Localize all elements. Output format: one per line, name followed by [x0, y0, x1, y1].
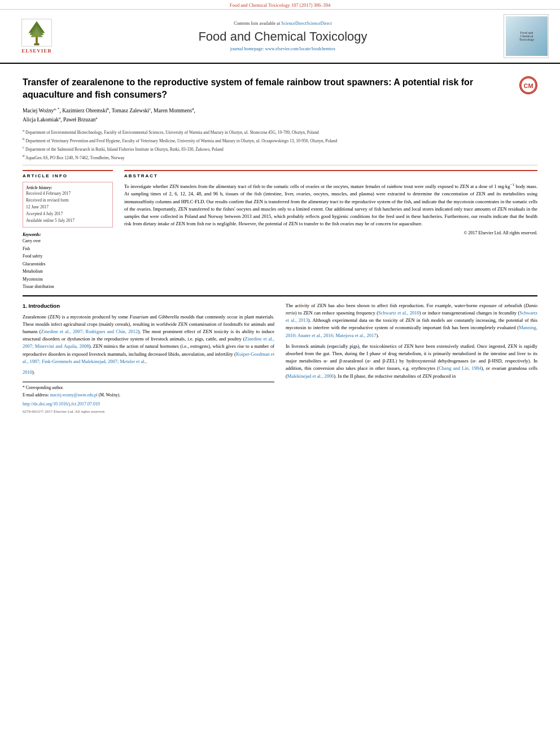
copyright-line: © 2017 Elsevier Ltd. All rights reserved… — [124, 230, 537, 235]
elsevier-tree-icon — [20, 19, 54, 47]
section-number: 1. Introduction — [23, 303, 60, 309]
online-date: Available online 5 July 2017 — [26, 217, 110, 224]
crossmark-badge: CM — [519, 76, 537, 94]
intro-heading: 1. Introduction — [23, 302, 274, 311]
abstract-text: To investigate whether ZEN transfers fro… — [124, 182, 537, 228]
footnote-area: * Corresponding author. E-mail address: … — [23, 382, 274, 414]
authors-line: Maciej Woźnya, *, Kazimierz Obremskib, T… — [23, 106, 537, 125]
email-footnote: E-mail address: maciej.wozny@uwm.edu.pl … — [23, 392, 274, 398]
keyword-6: Mycotoxins — [23, 276, 113, 283]
article-history-box: Article history: Received 4 February 201… — [23, 182, 113, 228]
author-3-sup: c — [149, 107, 151, 111]
keyword-5: Metabolism — [23, 268, 113, 276]
email-label: E-mail address: — [23, 392, 50, 397]
journal-citation-bar: Food and Chemical Toxicology 107 (2017) … — [0, 0, 560, 10]
article-title: Transfer of zearalenone to the reproduct… — [23, 76, 514, 102]
homepage-link[interactable]: www.elsevier.com/locate/foodchemtox — [265, 46, 335, 51]
sciencedirect-link[interactable]: ScienceDirect — [281, 21, 307, 26]
author-5: Alicja Łakomiak — [23, 117, 59, 123]
affiliation-a: a Department of Environmental Biotechnol… — [23, 128, 537, 136]
sciencedirect-line: Contents lists available at ScienceDirec… — [62, 21, 504, 26]
journal-title: Food and Chemical Toxicology — [62, 29, 504, 44]
journal-citation-text: Food and Chemical Toxicology 107 (2017) … — [230, 2, 331, 8]
keyword-1: Carry over — [23, 237, 113, 245]
affiliation-d: d AquaGen AS, PO Box 1240, N-7462, Trond… — [23, 153, 537, 161]
sciencedirect-link-text[interactable]: ScienceDirect — [307, 21, 332, 26]
intro-para-2010: 2010). — [23, 369, 274, 376]
revised-date: Received in revised form12 June 2017 — [26, 197, 110, 211]
author-1: Maciej Woźny — [23, 108, 54, 113]
issn-text: 0278-6915/© 2017 Elsevier Ltd. All right… — [23, 409, 274, 415]
keyword-3: Food safety — [23, 252, 113, 260]
journal-header: ELSEVIER Contents lists available at Sci… — [0, 10, 560, 64]
right-para-2: In livestock animals (especially pigs), … — [286, 343, 537, 380]
divider-1 — [23, 165, 537, 165]
author-1-sup: a, * — [54, 107, 59, 111]
affiliation-b: b Department of Veterinary Prevention an… — [23, 136, 537, 144]
svg-text:CM: CM — [523, 82, 533, 89]
author-2: Kazimierz Obremski — [62, 108, 107, 113]
crossmark-icon: CM — [520, 77, 536, 93]
elsevier-logo: ELSEVIER — [11, 19, 62, 54]
keywords-section: Keywords: Carry over Fish Food safety Gl… — [23, 232, 113, 291]
history-label: Article history: — [26, 185, 110, 190]
intro-para-1: Zearalenone (ZEN) is a mycotoxin produce… — [23, 313, 274, 365]
abstract-column: ABSTRACT To investigate whether ZEN tran… — [124, 170, 537, 291]
info-abstract-section: ARTICLE INFO Article history: Received 4… — [23, 170, 537, 291]
author-5-sup: a — [59, 116, 60, 120]
author-6-sup: a — [95, 116, 97, 120]
elsevier-logo-area: ELSEVIER — [11, 19, 62, 54]
author-2-sup: b — [107, 107, 110, 111]
sciencedirect-prefix: Contents lists available at — [234, 21, 280, 26]
keyword-2: Fish — [23, 245, 113, 253]
corresponding-author-note: * Corresponding author. — [23, 385, 274, 391]
article-body: Transfer of zearalenone to the reproduct… — [0, 64, 560, 420]
accepted-date: Accepted 4 July 2017 — [26, 211, 110, 217]
body-section: 1. Introduction Zearalenone (ZEN) is a m… — [23, 302, 537, 414]
body-left-col: 1. Introduction Zearalenone (ZEN) is a m… — [23, 302, 274, 414]
author-6: Paweł Brzuzan — [63, 117, 95, 123]
homepage-label: journal homepage: — [230, 46, 264, 51]
author-4: Maren Mommens — [154, 108, 192, 113]
affiliation-c: c Department of the Salmonid Research in… — [23, 145, 537, 152]
right-para-1: The activity of ZEN has also been shown … — [286, 302, 537, 339]
email-link[interactable]: maciej.wozny@uwm.edu.pl — [50, 392, 98, 397]
article-info-title: ARTICLE INFO — [23, 173, 113, 178]
article-title-section: Transfer of zearalenone to the reproduct… — [23, 76, 537, 102]
keyword-7: Tissue distribution — [23, 283, 113, 291]
body-right-col: The activity of ZEN has also been shown … — [286, 302, 537, 414]
abstract-title: ABSTRACT — [124, 173, 537, 178]
email-suffix: (M. Woźny). — [99, 392, 120, 397]
cover-thumbnail: Food andChemicalToxicology — [506, 16, 548, 56]
journal-homepage: journal homepage: www.elsevier.com/locat… — [62, 46, 504, 51]
cover-text: Food andChemicalToxicology — [519, 31, 534, 41]
keywords-label: Keywords: — [23, 232, 113, 237]
doi-link[interactable]: http://dx.doi.org/10.1016/j.fct.2017.07.… — [23, 401, 274, 408]
divider-2 — [23, 295, 537, 296]
author-3: Tomasz Zalewski — [112, 108, 150, 113]
received-date: Received 4 February 2017 — [26, 190, 110, 197]
journal-title-area: Contents lists available at ScienceDirec… — [62, 21, 504, 51]
journal-cover-image: Food andChemicalToxicology — [504, 14, 549, 58]
author-4-sup: d — [192, 107, 194, 111]
elsevier-label: ELSEVIER — [21, 48, 52, 54]
affiliations: a Department of Environmental Biotechnol… — [23, 128, 537, 160]
keyword-4: Glucuronides — [23, 260, 113, 268]
article-dates: Received 4 February 2017 Received in rev… — [26, 190, 110, 224]
article-info-column: ARTICLE INFO Article history: Received 4… — [23, 170, 113, 291]
